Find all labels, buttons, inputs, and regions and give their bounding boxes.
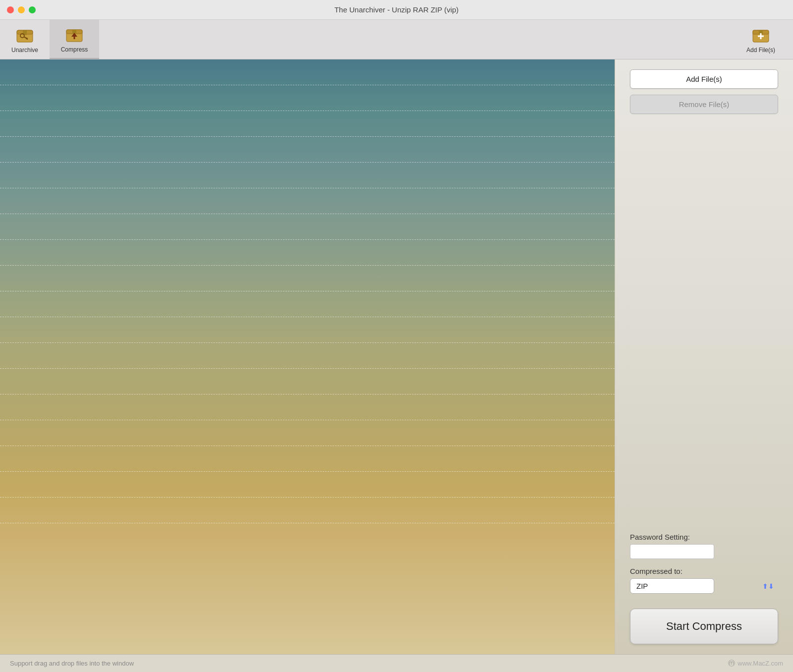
file-row [0,214,615,240]
file-row [0,240,615,266]
add-files-toolbar-icon [751,26,771,45]
watermark-text: www.MacZ.com [737,660,783,667]
compressed-to-group: Compressed to: ZIP TAR TAR.GZ TAR.BZ2 ⬆︎… [630,567,778,594]
watermark: ⓜ www.MacZ.com [728,659,783,668]
drag-drop-hint: Support drag and drop files into the win… [10,660,134,667]
file-row [0,446,615,472]
file-row [0,369,615,394]
minimize-button[interactable] [18,6,25,13]
file-row [0,394,615,420]
file-row [0,163,615,188]
main-content: Add File(s) Remove File(s) Password Sett… [0,59,793,654]
file-row [0,111,615,137]
password-input[interactable] [630,544,714,559]
right-panel-top: Add File(s) Remove File(s) [630,69,778,114]
start-compress-button[interactable]: Start Compress [630,609,778,644]
select-arrow-icon: ⬆︎⬇︎ [762,582,774,590]
format-select-wrapper: ZIP TAR TAR.GZ TAR.BZ2 ⬆︎⬇︎ [630,578,778,594]
toolbar-right: Add File(s) [738,20,793,59]
compress-icon [64,25,84,44]
close-button[interactable] [7,6,14,13]
add-files-toolbar-button[interactable]: Add File(s) [738,22,783,57]
file-row [0,266,615,291]
window-controls [7,6,36,13]
file-rows [0,59,615,654]
right-panel-bottom: Start Compress [630,609,778,644]
file-row [0,59,615,85]
compressed-to-label: Compressed to: [630,567,778,575]
add-files-toolbar-label: Add File(s) [746,47,775,54]
file-row [0,472,615,498]
title-bar: The Unarchiver - Unzip RAR ZIP (vip) [0,0,793,20]
maximize-button[interactable] [29,6,36,13]
add-files-button[interactable]: Add File(s) [630,69,778,89]
right-panel: Add File(s) Remove File(s) Password Sett… [615,59,793,654]
unarchive-tab[interactable]: Unarchive [0,20,50,59]
status-bar: Support drag and drop files into the win… [0,654,793,672]
file-row [0,420,615,446]
file-row [0,291,615,317]
watermark-icon: ⓜ [728,659,735,668]
compress-format-select[interactable]: ZIP TAR TAR.GZ TAR.BZ2 [630,578,714,594]
password-field-group: Password Setting: [630,533,778,559]
compress-tab[interactable]: Compress [50,20,99,59]
file-list-area[interactable] [0,59,615,654]
unarchive-icon [15,26,35,45]
window-title: The Unarchiver - Unzip RAR ZIP (vip) [335,5,459,14]
svg-rect-11 [74,37,75,39]
file-row [0,137,615,163]
unarchive-label: Unarchive [11,47,38,54]
file-row [0,188,615,214]
compress-label: Compress [61,46,88,53]
toolbar: Unarchive Compress [0,20,793,59]
file-row [0,343,615,369]
file-row [0,317,615,343]
password-label: Password Setting: [630,533,778,541]
file-row [0,498,615,523]
file-row [0,85,615,111]
remove-files-button: Remove File(s) [630,95,778,114]
right-panel-middle: Password Setting: Compressed to: ZIP TAR… [630,513,778,594]
svg-rect-16 [758,35,764,37]
